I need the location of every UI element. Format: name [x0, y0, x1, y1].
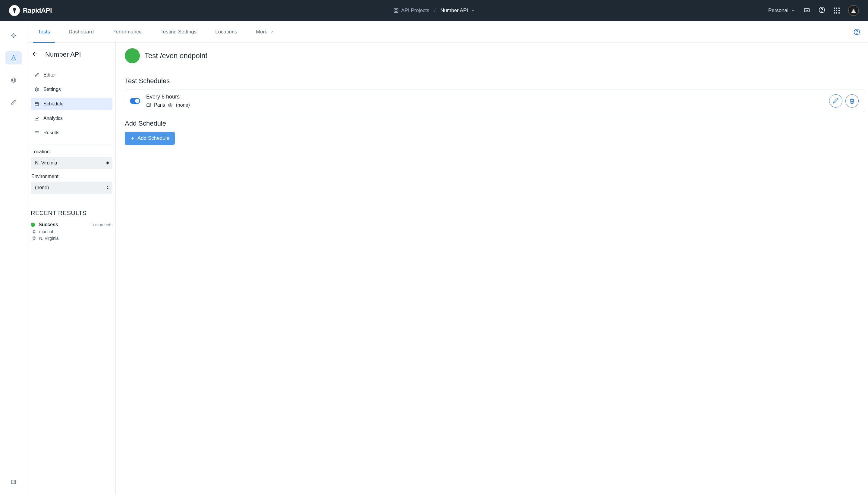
add-schedule-title: Add Schedule — [125, 119, 865, 128]
gear-icon — [168, 103, 173, 108]
sidebar-item-analytics[interactable]: Analytics — [31, 112, 112, 125]
svg-point-5 — [821, 11, 822, 12]
chevron-down-icon — [791, 9, 795, 12]
chevron-down-icon — [471, 9, 475, 12]
project-name: Number API — [440, 7, 468, 14]
apps-menu-button[interactable] — [834, 7, 840, 14]
svg-point-30 — [35, 131, 35, 132]
location-value: N. Virginia — [35, 160, 57, 166]
schedule-card: Every 6 hours Paris (none) — [125, 89, 865, 112]
select-arrows-icon — [106, 186, 109, 189]
workspace-dropdown[interactable]: Personal — [768, 7, 795, 14]
svg-rect-1 — [396, 8, 398, 10]
tab-label: More — [256, 29, 267, 35]
sidebar-item-label: Results — [43, 130, 59, 136]
recent-result-header: Success in moments — [31, 222, 112, 227]
help-icon — [853, 28, 860, 35]
logo-icon — [9, 5, 20, 16]
sidebar: Number API Editor Settings Schedule — [27, 43, 116, 494]
rail-item-target[interactable] — [5, 29, 22, 42]
globe-icon — [11, 77, 17, 83]
inbox-button[interactable] — [804, 7, 810, 15]
sidebar-item-label: Schedule — [43, 101, 63, 107]
sidebar-item-editor[interactable]: Editor — [31, 69, 112, 81]
map-icon — [146, 103, 151, 108]
api-projects-label: API Projects — [401, 7, 429, 14]
sidebar-item-results[interactable]: Results — [31, 127, 112, 139]
avatar-icon — [849, 6, 858, 15]
schedules-section-title: Test Schedules — [125, 77, 865, 85]
inbox-icon — [804, 7, 810, 13]
brand-logo[interactable]: RapidAPI — [9, 5, 52, 16]
sidebar-item-settings[interactable]: Settings — [31, 83, 112, 96]
tab-label: Locations — [215, 29, 237, 35]
result-trigger: manual — [39, 229, 53, 234]
tab-performance[interactable]: Performance — [112, 21, 142, 42]
edit-schedule-button[interactable] — [829, 94, 843, 108]
main-area: Tests Dashboard Performance Testing Sett… — [0, 21, 868, 494]
sidebar-item-schedule[interactable]: Schedule — [31, 98, 112, 110]
delete-schedule-button[interactable] — [845, 94, 858, 108]
tab-locations[interactable]: Locations — [215, 21, 237, 42]
rail-item-globe[interactable] — [5, 74, 22, 87]
left-rail — [0, 21, 27, 494]
panel-collapse-icon — [11, 479, 16, 484]
environment-value: (none) — [35, 185, 49, 190]
flask-icon — [11, 55, 17, 61]
panel-header: Test /even endpoint — [125, 48, 865, 63]
location-select[interactable]: N. Virginia — [31, 157, 112, 169]
tab-label: Testing Settings — [160, 29, 197, 35]
rail-item-collapse[interactable] — [5, 475, 22, 489]
sidebar-item-label: Settings — [43, 87, 61, 92]
body: Number API Editor Settings Schedule — [27, 43, 868, 494]
tab-more[interactable]: More — [256, 21, 274, 42]
topbar: RapidAPI API Projects / Number API Perso… — [0, 0, 868, 21]
result-time: in moments — [91, 222, 112, 227]
schedule-toggle[interactable] — [130, 98, 140, 104]
result-location: N. Virginia — [39, 236, 58, 241]
content-column: Tests Dashboard Performance Testing Sett… — [27, 21, 868, 494]
recent-results-title: RECENT RESULTS — [31, 210, 112, 216]
result-trigger-row: manual — [31, 229, 112, 234]
location-label: Location: — [31, 149, 112, 154]
pencil-icon — [34, 73, 39, 77]
svg-point-9 — [12, 34, 15, 37]
tab-label: Performance — [112, 29, 142, 35]
user-avatar[interactable] — [848, 5, 859, 16]
svg-point-20 — [856, 33, 857, 33]
sidebar-item-label: Analytics — [43, 116, 63, 121]
pencil-icon — [11, 100, 16, 105]
chart-icon — [34, 116, 39, 121]
svg-rect-0 — [394, 8, 395, 10]
tab-testing-settings[interactable]: Testing Settings — [160, 21, 197, 42]
trash-icon — [849, 98, 855, 104]
topbar-right: Personal — [768, 5, 859, 16]
panel-title: Test /even endpoint — [145, 52, 207, 60]
rail-item-testing[interactable] — [5, 51, 22, 64]
svg-rect-3 — [396, 11, 398, 13]
result-status: Success — [39, 222, 58, 227]
environment-select[interactable]: (none) — [31, 182, 112, 194]
api-projects-link[interactable]: API Projects — [393, 7, 429, 14]
back-button[interactable] — [31, 50, 40, 60]
help-button[interactable] — [818, 7, 825, 15]
recent-result-item[interactable]: Success in moments manual N. Virginia — [31, 222, 112, 241]
svg-point-8 — [13, 35, 14, 36]
status-indicator-icon — [125, 48, 140, 63]
target-icon — [11, 33, 17, 39]
tab-dashboard[interactable]: Dashboard — [69, 21, 94, 42]
svg-rect-17 — [12, 480, 16, 484]
project-dropdown[interactable]: Number API — [440, 7, 475, 14]
brand-name: RapidAPI — [23, 7, 52, 15]
rail-item-edit[interactable] — [5, 96, 22, 109]
pencil-icon — [833, 98, 839, 104]
svg-rect-2 — [394, 11, 395, 13]
add-schedule-button[interactable]: Add Schedule — [125, 132, 175, 145]
main-panel: Test /even endpoint Test Schedules Every… — [116, 43, 868, 494]
svg-point-31 — [35, 133, 35, 133]
schedule-environment: (none) — [176, 102, 189, 108]
tabs-help-button[interactable] — [853, 21, 860, 42]
schedule-meta: Paris (none) — [146, 102, 190, 108]
tab-tests[interactable]: Tests — [38, 21, 50, 42]
svg-point-33 — [34, 238, 35, 238]
